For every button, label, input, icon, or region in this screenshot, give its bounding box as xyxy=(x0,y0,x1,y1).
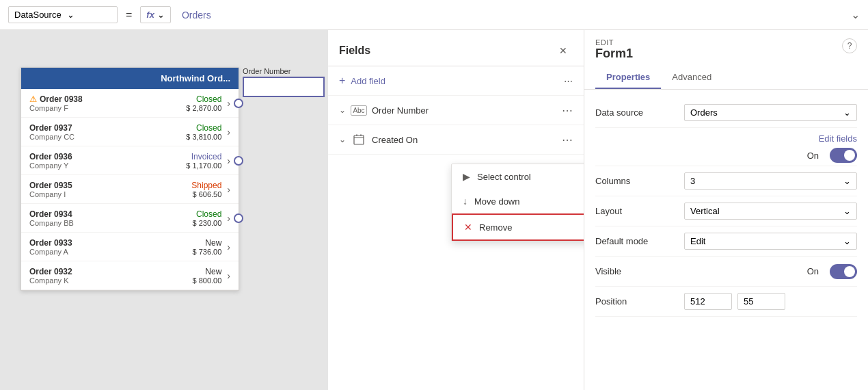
table-row: Order 0937 Company CC Closed $ 3,810.00 … xyxy=(21,118,239,146)
fields-title: Fields xyxy=(339,44,370,57)
fields-header: Fields ✕ xyxy=(328,30,584,66)
tab-properties[interactable]: Properties xyxy=(595,66,661,89)
tab-advanced[interactable]: Advanced xyxy=(661,66,722,89)
add-field-row[interactable]: + Add field ⋯ xyxy=(328,66,584,96)
add-icon: + xyxy=(339,75,345,87)
field-name: Order Number xyxy=(372,105,556,116)
slider-handle-3[interactable] xyxy=(234,213,243,223)
table-row: Order 0934 Company BB Closed $ 230.00 › xyxy=(21,204,239,233)
formula-bar[interactable]: Orders xyxy=(176,7,845,23)
columns-select[interactable]: 3 ⌄ xyxy=(684,172,857,190)
move-down-label: Move down xyxy=(474,196,519,207)
row-left: ⚠Order 0938 Company F xyxy=(29,94,186,112)
slider-handle[interactable] xyxy=(234,99,243,108)
row-company: Company CC xyxy=(29,133,186,141)
field-type-icon xyxy=(351,132,366,147)
columns-select-value: 3 xyxy=(690,176,695,186)
props-body: Data source Orders ⌄ Edit fields xyxy=(584,90,868,325)
row-right: Invoiced $ 1,170.00 xyxy=(186,152,221,170)
remove-label: Remove xyxy=(479,222,512,233)
fx-button[interactable]: fx ⌄ xyxy=(140,6,171,23)
edit-label: EDIT xyxy=(595,38,633,47)
add-field-label: Add field xyxy=(351,76,385,86)
warning-icon: ⚠ xyxy=(29,94,37,104)
columns-label: Columns xyxy=(595,176,684,186)
main-area: Northwind Ord... ⚠Order 0938 Company F C… xyxy=(0,30,868,390)
order-number-field[interactable] xyxy=(243,77,325,97)
default-mode-chevron-icon: ⌄ xyxy=(843,236,851,246)
row-amount: $ 736.00 xyxy=(193,248,222,256)
close-fields-button[interactable]: ✕ xyxy=(554,41,573,60)
svg-rect-0 xyxy=(354,135,364,144)
topbar-chevron-icon: ⌄ xyxy=(851,8,860,21)
remove-icon: ✕ xyxy=(464,222,472,233)
data-source-select[interactable]: Orders ⌄ xyxy=(684,104,857,121)
visible-toggle[interactable] xyxy=(830,264,857,279)
help-icon[interactable]: ? xyxy=(842,38,857,53)
row-order: Order 0937 xyxy=(29,123,186,133)
row-company: Company F xyxy=(29,104,186,112)
snap-toggle[interactable] xyxy=(830,148,857,163)
field-options-icon[interactable]: ⋯ xyxy=(562,133,573,146)
row-amount: $ 2,870.00 xyxy=(186,104,221,112)
row-status: Closed xyxy=(193,209,222,219)
move-down-menu-item[interactable]: ↓ Move down xyxy=(452,189,584,213)
row-order: Order 0934 xyxy=(29,209,193,219)
edit-fields-link[interactable]: Edit fields xyxy=(819,133,857,144)
add-field-ellipsis: ⋯ xyxy=(564,76,573,86)
columns-chevron-icon: ⌄ xyxy=(843,176,851,186)
row-amount: $ 606.50 xyxy=(191,190,221,198)
layout-select[interactable]: Vertical ⌄ xyxy=(684,203,857,220)
row-status: Closed xyxy=(186,94,221,104)
row-left: Order 0933 Company A xyxy=(29,238,193,256)
select-control-menu-item[interactable]: ▶ Select control xyxy=(452,164,584,189)
position-y-input[interactable] xyxy=(737,293,785,310)
row-left: Order 0935 Company I xyxy=(29,181,191,198)
row-status: Invoiced xyxy=(186,152,221,161)
top-bar: DataSource ⌄ = fx ⌄ Orders ⌄ xyxy=(0,0,868,30)
row-right: Shipped $ 606.50 xyxy=(191,181,221,198)
row-order: Order 0936 xyxy=(29,152,186,161)
position-x-input[interactable] xyxy=(684,293,732,310)
field-expand-icon: ⌄ xyxy=(339,105,346,115)
table-header: Northwind Ord... xyxy=(21,68,239,89)
position-label: Position xyxy=(595,296,684,307)
field-name: Created On xyxy=(372,135,556,145)
datasource-label: DataSource xyxy=(14,10,62,20)
row-right: Closed $ 3,810.00 xyxy=(186,123,221,141)
row-amount: $ 230.00 xyxy=(193,219,222,227)
visible-on-label: On xyxy=(807,266,819,276)
row-status: New xyxy=(193,267,222,276)
row-status: Closed xyxy=(186,123,221,133)
table-row: Order 0933 Company A New $ 736.00 › xyxy=(21,233,239,261)
row-chevron-icon[interactable]: › xyxy=(227,98,230,109)
remove-menu-item[interactable]: ✕ Remove xyxy=(452,213,584,241)
field-item[interactable]: ⌄ Abc Order Number ⋯ xyxy=(328,96,584,125)
row-chevron-icon[interactable]: › xyxy=(227,127,230,138)
row-right: New $ 800.00 xyxy=(193,267,222,285)
visible-row: Visible On xyxy=(595,257,857,287)
default-mode-row: Default mode Edit ⌄ xyxy=(595,226,857,257)
row-chevron-icon[interactable]: › xyxy=(227,213,230,224)
props-tabs: Properties Advanced xyxy=(584,61,868,90)
row-company: Company K xyxy=(29,276,193,285)
visible-label: Visible xyxy=(595,266,684,276)
row-chevron-icon[interactable]: › xyxy=(227,242,230,252)
slider-handle-2[interactable] xyxy=(234,156,243,166)
position-value xyxy=(684,293,857,310)
fx-label: fx xyxy=(146,10,154,20)
row-chevron-icon[interactable]: › xyxy=(227,184,230,195)
move-down-icon: ↓ xyxy=(463,196,467,207)
data-source-chevron-icon: ⌄ xyxy=(843,107,851,118)
default-mode-select[interactable]: Edit ⌄ xyxy=(684,233,857,250)
field-item[interactable]: ⌄ Created On ⋯ xyxy=(328,125,584,155)
formula-value: Orders xyxy=(182,10,211,21)
datasource-select[interactable]: DataSource ⌄ xyxy=(8,6,118,23)
columns-row: Columns 3 ⌄ xyxy=(595,166,857,196)
layout-label: Layout xyxy=(595,206,684,216)
visible-value: On xyxy=(684,264,857,279)
row-chevron-icon[interactable]: › xyxy=(227,155,230,166)
row-chevron-icon[interactable]: › xyxy=(227,270,230,281)
field-options-icon[interactable]: ⋯ xyxy=(562,104,573,117)
data-source-select-value: Orders xyxy=(690,107,718,118)
